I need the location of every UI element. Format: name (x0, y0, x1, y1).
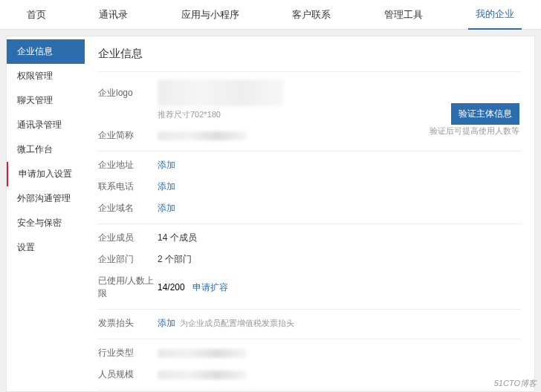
logo-image (158, 79, 284, 106)
value-industry (158, 349, 247, 358)
label-departments: 企业部门 (98, 253, 158, 266)
top-nav-item[interactable]: 应用与小程序 (174, 0, 247, 30)
sidebar-item-contacts[interactable]: 通讯录管理 (7, 113, 85, 137)
label-limit: 已使用/人数上限 (98, 275, 158, 300)
value-members: 14 个成员 (158, 232, 521, 244)
label-shortname: 企业简称 (98, 129, 158, 142)
add-phone-link[interactable]: 添加 (158, 180, 175, 193)
value-departments: 2 个部门 (158, 253, 521, 266)
page-title: 企业信息 (98, 47, 521, 61)
sidebar-item-join-settings[interactable]: 申请加入设置 (7, 162, 85, 186)
add-invoice-link[interactable]: 添加 (158, 317, 175, 330)
top-nav-item[interactable]: 首页 (19, 0, 54, 30)
divider (98, 339, 521, 339)
label-address: 企业地址 (98, 159, 158, 172)
sidebar: 企业信息权限管理聊天管理通讯录管理微工作台申请加入设置外部沟通管理安全与保密设置 (7, 36, 85, 391)
label-domain: 企业域名 (98, 202, 158, 215)
value-shortname (158, 131, 247, 140)
sidebar-item-chat[interactable]: 聊天管理 (7, 88, 85, 113)
top-nav-item[interactable]: 管理工具 (377, 0, 430, 30)
top-nav-item[interactable]: 我的企业 (468, 0, 522, 30)
label-members: 企业成员 (98, 232, 158, 244)
sidebar-item-permission[interactable]: 权限管理 (7, 64, 85, 88)
divider (98, 309, 521, 310)
row-scale: 人员规模 (98, 368, 521, 381)
sidebar-item-company-info[interactable]: 企业信息 (7, 39, 85, 64)
row-logo: 企业logo (98, 79, 521, 106)
sidebar-item-security[interactable]: 安全与保密 (7, 211, 85, 235)
value-scale (158, 370, 247, 379)
expand-link[interactable]: 申请扩容 (192, 281, 228, 294)
row-address: 企业地址 添加 (98, 159, 521, 172)
divider (98, 390, 521, 391)
row-limit: 已使用/人数上限 14/200 申请扩容 (98, 275, 521, 300)
row-invoice: 发票抬头 添加 为企业成员配置增值税发票抬头 (98, 317, 521, 330)
watermark: 51CTO博客 (494, 378, 537, 389)
invoice-hint: 为企业成员配置增值税发票抬头 (180, 318, 294, 329)
add-domain-link[interactable]: 添加 (158, 202, 175, 215)
row-departments: 企业部门 2 个部门 (98, 253, 521, 266)
top-nav-item[interactable]: 通讯录 (91, 0, 135, 30)
label-logo: 企业logo (98, 87, 158, 99)
main-container: 企业信息权限管理聊天管理通讯录管理微工作台申请加入设置外部沟通管理安全与保密设置… (6, 36, 535, 392)
top-nav-item[interactable]: 客户联系 (285, 0, 338, 30)
row-industry: 行业类型 (98, 347, 521, 359)
main-content: 企业信息 验证主体信息 验证后可提高使用人数等 企业logo 推荐尺寸702*1… (85, 36, 534, 391)
label-scale: 人员规模 (98, 368, 158, 381)
label-phone: 联系电话 (98, 180, 158, 193)
sidebar-item-workbench[interactable]: 微工作台 (7, 137, 85, 162)
divider (98, 71, 521, 72)
divider (98, 223, 521, 224)
row-domain: 企业域名 添加 (98, 202, 521, 215)
label-invoice: 发票抬头 (98, 317, 158, 330)
row-members: 企业成员 14 个成员 (98, 232, 521, 244)
sidebar-item-settings[interactable]: 设置 (7, 235, 85, 260)
sidebar-item-external[interactable]: 外部沟通管理 (7, 186, 85, 211)
top-nav: 首页通讯录应用与小程序客户联系管理工具我的企业 (0, 0, 541, 30)
add-address-link[interactable]: 添加 (158, 159, 175, 172)
value-limit: 14/200 (158, 282, 185, 293)
divider (98, 151, 521, 151)
verify-button[interactable]: 验证主体信息 (451, 103, 519, 125)
verify-hint: 验证后可提高使用人数等 (430, 125, 519, 137)
row-phone: 联系电话 添加 (98, 180, 521, 193)
label-industry: 行业类型 (98, 347, 158, 359)
